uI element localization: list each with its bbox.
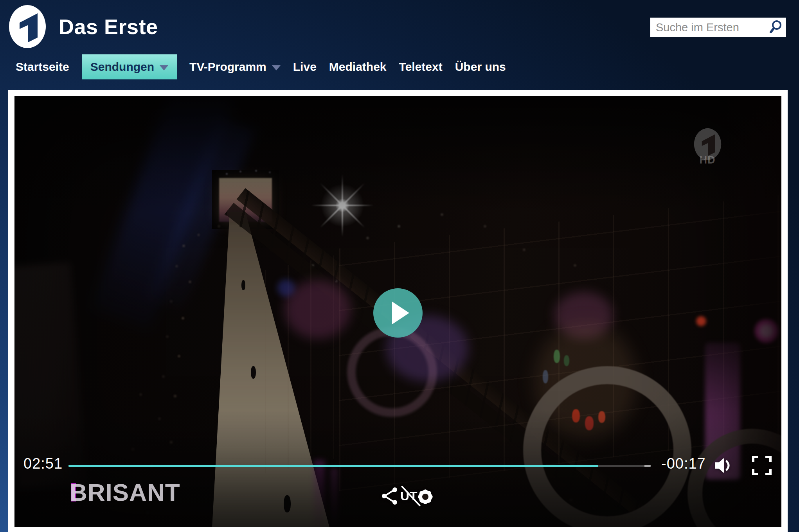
video-player[interactable]: HD BRISANT 02:51 -00:17 — [14, 96, 781, 527]
remaining-time: -00:17 — [661, 455, 706, 472]
nav-item-live[interactable]: Live — [293, 54, 317, 79]
play-button[interactable] — [373, 288, 423, 338]
main-nav: Startseite Sendungen TV-Programm Live Me… — [0, 54, 506, 79]
play-icon — [392, 302, 409, 324]
search-box — [650, 18, 786, 37]
brand-title: Das Erste — [59, 14, 158, 39]
nav-item-mediathek[interactable]: Mediathek — [329, 54, 387, 79]
site-logo[interactable]: Das Erste — [9, 5, 158, 49]
brisant-text: BRISANT — [70, 478, 180, 506]
nav-label: Mediathek — [329, 60, 387, 74]
fullscreen-icon — [752, 455, 772, 476]
nav-label: Teletext — [399, 60, 443, 74]
page: { "app": { "title": "Das Erste" }, "head… — [0, 0, 799, 532]
nav-item-teletext[interactable]: Teletext — [399, 54, 443, 79]
progress-bar[interactable] — [68, 465, 651, 467]
brisant-watermark: BRISANT — [70, 483, 76, 501]
nav-item-sendungen[interactable]: Sendungen — [82, 54, 177, 79]
ard-1-logo-icon — [9, 5, 46, 49]
hd-badge: HD — [697, 154, 718, 166]
nav-item-ueber-uns[interactable]: Über uns — [455, 54, 506, 79]
settings-icon — [415, 487, 435, 507]
nav-label: Startseite — [16, 60, 69, 74]
nav-label: Über uns — [455, 60, 506, 74]
share-icon — [381, 487, 399, 505]
search-button[interactable] — [765, 18, 786, 37]
nav-item-startseite[interactable]: Startseite — [16, 54, 69, 79]
chevron-down-icon — [272, 65, 281, 70]
progress-buffer — [644, 465, 651, 467]
nav-item-tv-programm[interactable]: TV-Programm — [189, 54, 281, 79]
content-card: HD BRISANT 02:51 -00:17 — [8, 90, 788, 532]
nav-label: TV-Programm — [189, 60, 266, 74]
search-icon — [768, 20, 783, 35]
volume-icon — [713, 456, 734, 475]
search-input[interactable] — [650, 21, 765, 34]
progress-fill — [68, 465, 598, 467]
chevron-down-icon — [160, 65, 168, 70]
nav-label: Sendungen — [90, 60, 154, 74]
current-time: 02:51 — [23, 455, 63, 472]
nav-label: Live — [293, 60, 317, 74]
